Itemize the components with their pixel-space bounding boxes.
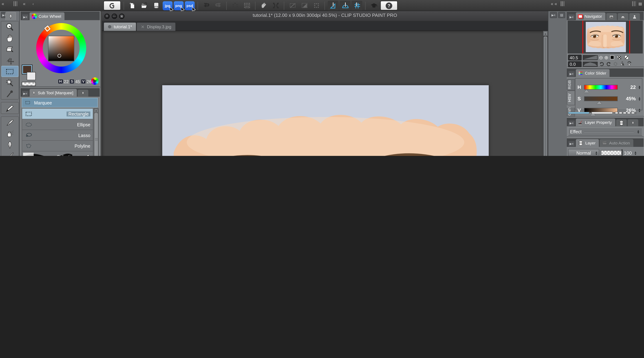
navigator-fit-screen-icon[interactable]: [624, 55, 630, 60]
open-file-button[interactable]: [139, 1, 150, 11]
color-slider-tab[interactable]: Color Slider: [576, 69, 610, 77]
sub-tool-group-header[interactable]: Marquee: [22, 98, 98, 107]
sub-tool-tab[interactable]: Sub Tool [Marquee]: [30, 89, 76, 97]
move-layer-tool[interactable]: [1, 44, 18, 55]
document-tab-tutorial-1-[interactable]: tutorial.1*: [104, 23, 136, 31]
navigator-rotate-right-icon[interactable]: [606, 61, 612, 67]
navigator-flip-vertical-icon[interactable]: [626, 61, 632, 67]
selection-marquee-tool[interactable]: [1, 66, 18, 77]
s-track[interactable]: [584, 96, 618, 101]
auto-select-tool[interactable]: [1, 77, 18, 88]
stroke-property-tab[interactable]: [627, 119, 638, 126]
left-strip-grip[interactable]: [14, 1, 17, 6]
layer-property-menu-button[interactable]: ▶≡: [568, 120, 575, 126]
sv-square[interactable]: [48, 36, 74, 61]
export-png-button[interactable]: png: [174, 1, 184, 10]
navigator-menu-button[interactable]: ▶≡: [568, 14, 575, 20]
collapse-left-strip-icon[interactable]: «: [2, 1, 4, 6]
invert-selection-button[interactable]: [299, 1, 310, 11]
scale-rotate-button[interactable]: [270, 1, 281, 11]
airbrush-tool[interactable]: [1, 128, 18, 139]
right-strip-menu-button[interactable]: ▶≡: [550, 12, 557, 18]
sub-tool-rectangle[interactable]: Rectangle: [22, 109, 93, 119]
brush-tool[interactable]: [1, 150, 18, 156]
color-slider-menu-button[interactable]: ▶≡: [568, 71, 575, 77]
redo-button[interactable]: [213, 1, 224, 11]
layer-property-tab[interactable]: Layer Property: [576, 118, 615, 126]
right-edge-grip[interactable]: [632, 1, 636, 6]
help-button[interactable]: ?: [380, 1, 398, 11]
navigator-zoom-out-icon[interactable]: ⊖: [599, 55, 603, 60]
rgb-tab[interactable]: RGB: [567, 79, 575, 90]
save-file-button[interactable]: [151, 1, 162, 11]
sv-selector[interactable]: [58, 54, 61, 58]
s-stepper[interactable]: ▲▼: [638, 97, 642, 101]
sub-view-tab[interactable]: [606, 13, 617, 20]
layer-opacity-slider[interactable]: [601, 150, 622, 155]
navigator-reset-rotate-icon[interactable]: [613, 61, 618, 67]
border-selection-button[interactable]: [311, 1, 322, 11]
sub-tool-extra-tab[interactable]: [78, 90, 88, 97]
navigator-fit-icon[interactable]: [610, 55, 615, 60]
canvas-artwork[interactable]: [162, 85, 489, 156]
h-stepper[interactable]: ▲▼: [638, 85, 642, 89]
collapse-right-panels-icon[interactable]: «: [554, 1, 557, 6]
clip-studio-tips-button[interactable]: [368, 1, 379, 11]
export-psd-button[interactable]: psd: [185, 1, 195, 10]
h-handle[interactable]: [584, 90, 589, 93]
navigator-rotate-slider[interactable]: [583, 61, 598, 67]
navigator-rotate-left-icon[interactable]: [599, 61, 605, 67]
auto-action-tab[interactable]: Auto Action: [600, 139, 633, 147]
effect-stepper[interactable]: ▲▼: [636, 129, 640, 134]
shrink-left-panels-icon[interactable]: ‹: [32, 2, 34, 6]
navigator-rotate-value[interactable]: 0.0: [568, 61, 582, 67]
layer-tab[interactable]: Layer: [576, 139, 599, 147]
zoom-tool[interactable]: [1, 21, 18, 33]
marker-tool[interactable]: [1, 117, 18, 128]
cmy-tab[interactable]: CMY: [567, 105, 575, 117]
item-bank-tab[interactable]: [618, 13, 628, 20]
color-wheel-tab[interactable]: Color Wheel: [30, 12, 64, 20]
pen-tool[interactable]: [1, 139, 18, 150]
wheel-sub-color[interactable]: [27, 72, 36, 80]
hsv-tab[interactable]: HSV: [567, 90, 575, 105]
material-button[interactable]: [258, 1, 269, 11]
layer-menu-button[interactable]: ▶≡: [568, 141, 575, 147]
sub-tool-scrollbar[interactable]: ▲ ▼: [94, 108, 98, 156]
canvas-viewport[interactable]: [102, 31, 543, 156]
right-strip-grip[interactable]: [561, 1, 564, 6]
navigator-tab[interactable]: Navigator: [576, 12, 605, 20]
s-handle[interactable]: [597, 101, 602, 104]
navigator-actual-size-icon[interactable]: [616, 55, 622, 60]
navigator-zoom-in-icon[interactable]: ⊕: [604, 55, 608, 60]
fill-button[interactable]: [242, 1, 252, 11]
h-track[interactable]: [584, 85, 618, 90]
new-file-button[interactable]: [127, 1, 138, 11]
sub-tool-selection-pen[interactable]: Selection pen: [22, 151, 93, 156]
sub-tool-polyline[interactable]: Polyline: [22, 141, 93, 151]
snap-to-grid-button[interactable]: [352, 1, 362, 11]
clear-button[interactable]: [230, 1, 240, 11]
right-edge-options-icon[interactable]: ▤: [638, 2, 642, 6]
collapse-right-strip-icon[interactable]: «: [551, 1, 553, 6]
layer-search-tab[interactable]: [616, 119, 627, 126]
right-strip-options-button[interactable]: ▤: [558, 12, 565, 18]
export-jpg-button[interactable]: jpg: [162, 1, 172, 10]
v-stepper[interactable]: ▲▼: [638, 108, 642, 112]
navigator-zoom-slider[interactable]: [583, 55, 598, 60]
canvas-vscrollbar[interactable]: ▲ ▼: [543, 31, 548, 156]
eyedropper-tool[interactable]: [1, 88, 18, 99]
sub-tool-ellipse[interactable]: Ellipse: [22, 119, 93, 130]
navigator-preview[interactable]: [568, 21, 643, 54]
navigator-flip-horizontal-icon[interactable]: [619, 61, 625, 67]
snap-to-special-ruler-button[interactable]: [340, 1, 350, 11]
color-wheel-menu-button[interactable]: ▶≡: [22, 14, 29, 20]
tool-strip-tab[interactable]: [5, 12, 16, 20]
operation-tool[interactable]: [1, 55, 18, 66]
document-tab-display-3-jpg[interactable]: ✕Display.3.jpg: [137, 23, 175, 31]
navigator-zoom-value[interactable]: 40.5: [568, 55, 582, 60]
snap-to-ruler-button[interactable]: [328, 1, 338, 11]
information-tab[interactable]: [629, 13, 640, 20]
clip-studio-logo-button[interactable]: [104, 1, 121, 11]
pencil-tool[interactable]: [1, 102, 18, 114]
